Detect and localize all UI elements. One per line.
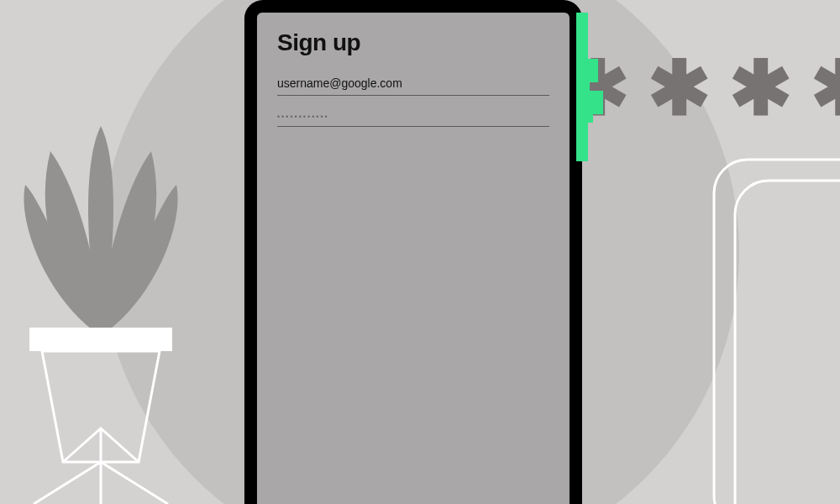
page-title: Sign up	[277, 29, 549, 56]
asterisk-icon: ✱	[648, 50, 711, 126]
password-asterisks-decor: ✱ ✱ ✱ ✱	[566, 50, 840, 126]
phone-screen: Sign up OK	[257, 13, 570, 504]
asterisk-icon: ✱	[811, 50, 840, 126]
plant-illustration	[0, 34, 218, 504]
phone-frame: Sign up OK	[244, 0, 582, 504]
username-field[interactable]	[277, 71, 549, 96]
svg-rect-0	[29, 328, 172, 351]
svg-rect-2	[735, 181, 840, 504]
cards-illustration	[706, 151, 840, 504]
asterisk-icon: ✱	[729, 50, 792, 126]
svg-rect-1	[714, 160, 840, 504]
password-field[interactable]	[277, 108, 549, 127]
